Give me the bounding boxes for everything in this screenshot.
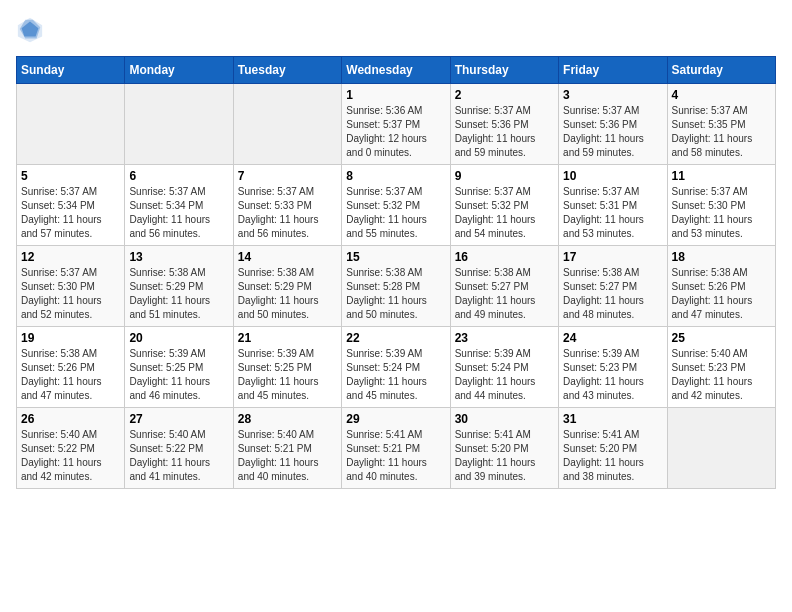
- calendar-cell: 23Sunrise: 5:39 AM Sunset: 5:24 PM Dayli…: [450, 327, 558, 408]
- calendar-cell: 7Sunrise: 5:37 AM Sunset: 5:33 PM Daylig…: [233, 165, 341, 246]
- day-number: 14: [238, 250, 337, 264]
- day-info: Sunrise: 5:37 AM Sunset: 5:36 PM Dayligh…: [455, 104, 554, 160]
- weekday-header-row: SundayMondayTuesdayWednesdayThursdayFrid…: [17, 57, 776, 84]
- day-number: 15: [346, 250, 445, 264]
- day-number: 7: [238, 169, 337, 183]
- day-number: 12: [21, 250, 120, 264]
- day-info: Sunrise: 5:39 AM Sunset: 5:25 PM Dayligh…: [129, 347, 228, 403]
- day-number: 23: [455, 331, 554, 345]
- calendar-cell: 28Sunrise: 5:40 AM Sunset: 5:21 PM Dayli…: [233, 408, 341, 489]
- day-info: Sunrise: 5:38 AM Sunset: 5:27 PM Dayligh…: [455, 266, 554, 322]
- calendar-week-row: 1Sunrise: 5:36 AM Sunset: 5:37 PM Daylig…: [17, 84, 776, 165]
- calendar-cell: 24Sunrise: 5:39 AM Sunset: 5:23 PM Dayli…: [559, 327, 667, 408]
- weekday-header-sunday: Sunday: [17, 57, 125, 84]
- day-info: Sunrise: 5:38 AM Sunset: 5:27 PM Dayligh…: [563, 266, 662, 322]
- calendar-cell: 10Sunrise: 5:37 AM Sunset: 5:31 PM Dayli…: [559, 165, 667, 246]
- weekday-header-wednesday: Wednesday: [342, 57, 450, 84]
- day-info: Sunrise: 5:37 AM Sunset: 5:33 PM Dayligh…: [238, 185, 337, 241]
- calendar-cell: [17, 84, 125, 165]
- day-info: Sunrise: 5:38 AM Sunset: 5:29 PM Dayligh…: [129, 266, 228, 322]
- calendar-cell: 8Sunrise: 5:37 AM Sunset: 5:32 PM Daylig…: [342, 165, 450, 246]
- day-number: 29: [346, 412, 445, 426]
- day-number: 3: [563, 88, 662, 102]
- calendar-cell: 4Sunrise: 5:37 AM Sunset: 5:35 PM Daylig…: [667, 84, 775, 165]
- day-info: Sunrise: 5:40 AM Sunset: 5:23 PM Dayligh…: [672, 347, 771, 403]
- weekday-header-tuesday: Tuesday: [233, 57, 341, 84]
- calendar-cell: 13Sunrise: 5:38 AM Sunset: 5:29 PM Dayli…: [125, 246, 233, 327]
- day-info: Sunrise: 5:41 AM Sunset: 5:20 PM Dayligh…: [563, 428, 662, 484]
- calendar-cell: 3Sunrise: 5:37 AM Sunset: 5:36 PM Daylig…: [559, 84, 667, 165]
- day-number: 26: [21, 412, 120, 426]
- day-number: 1: [346, 88, 445, 102]
- calendar-cell: 9Sunrise: 5:37 AM Sunset: 5:32 PM Daylig…: [450, 165, 558, 246]
- day-number: 19: [21, 331, 120, 345]
- calendar-cell: 25Sunrise: 5:40 AM Sunset: 5:23 PM Dayli…: [667, 327, 775, 408]
- calendar-cell: 11Sunrise: 5:37 AM Sunset: 5:30 PM Dayli…: [667, 165, 775, 246]
- day-number: 22: [346, 331, 445, 345]
- day-info: Sunrise: 5:39 AM Sunset: 5:25 PM Dayligh…: [238, 347, 337, 403]
- calendar-cell: 16Sunrise: 5:38 AM Sunset: 5:27 PM Dayli…: [450, 246, 558, 327]
- day-info: Sunrise: 5:40 AM Sunset: 5:22 PM Dayligh…: [21, 428, 120, 484]
- calendar-cell: 30Sunrise: 5:41 AM Sunset: 5:20 PM Dayli…: [450, 408, 558, 489]
- calendar-week-row: 26Sunrise: 5:40 AM Sunset: 5:22 PM Dayli…: [17, 408, 776, 489]
- day-number: 16: [455, 250, 554, 264]
- calendar-cell: 20Sunrise: 5:39 AM Sunset: 5:25 PM Dayli…: [125, 327, 233, 408]
- calendar-cell: [667, 408, 775, 489]
- page-header: [16, 16, 776, 44]
- day-info: Sunrise: 5:37 AM Sunset: 5:34 PM Dayligh…: [129, 185, 228, 241]
- day-number: 17: [563, 250, 662, 264]
- day-info: Sunrise: 5:41 AM Sunset: 5:21 PM Dayligh…: [346, 428, 445, 484]
- day-info: Sunrise: 5:38 AM Sunset: 5:26 PM Dayligh…: [672, 266, 771, 322]
- weekday-header-monday: Monday: [125, 57, 233, 84]
- day-number: 18: [672, 250, 771, 264]
- day-number: 30: [455, 412, 554, 426]
- calendar-cell: 27Sunrise: 5:40 AM Sunset: 5:22 PM Dayli…: [125, 408, 233, 489]
- logo: [16, 16, 48, 44]
- day-info: Sunrise: 5:40 AM Sunset: 5:22 PM Dayligh…: [129, 428, 228, 484]
- day-info: Sunrise: 5:37 AM Sunset: 5:36 PM Dayligh…: [563, 104, 662, 160]
- calendar-cell: 26Sunrise: 5:40 AM Sunset: 5:22 PM Dayli…: [17, 408, 125, 489]
- day-number: 28: [238, 412, 337, 426]
- calendar-cell: 18Sunrise: 5:38 AM Sunset: 5:26 PM Dayli…: [667, 246, 775, 327]
- day-number: 10: [563, 169, 662, 183]
- day-info: Sunrise: 5:37 AM Sunset: 5:32 PM Dayligh…: [455, 185, 554, 241]
- day-number: 24: [563, 331, 662, 345]
- day-info: Sunrise: 5:37 AM Sunset: 5:31 PM Dayligh…: [563, 185, 662, 241]
- calendar-cell: 2Sunrise: 5:37 AM Sunset: 5:36 PM Daylig…: [450, 84, 558, 165]
- weekday-header-friday: Friday: [559, 57, 667, 84]
- calendar-week-row: 19Sunrise: 5:38 AM Sunset: 5:26 PM Dayli…: [17, 327, 776, 408]
- calendar-cell: 31Sunrise: 5:41 AM Sunset: 5:20 PM Dayli…: [559, 408, 667, 489]
- calendar-cell: 19Sunrise: 5:38 AM Sunset: 5:26 PM Dayli…: [17, 327, 125, 408]
- calendar-week-row: 12Sunrise: 5:37 AM Sunset: 5:30 PM Dayli…: [17, 246, 776, 327]
- calendar-cell: 17Sunrise: 5:38 AM Sunset: 5:27 PM Dayli…: [559, 246, 667, 327]
- calendar-cell: 29Sunrise: 5:41 AM Sunset: 5:21 PM Dayli…: [342, 408, 450, 489]
- day-number: 13: [129, 250, 228, 264]
- day-number: 11: [672, 169, 771, 183]
- weekday-header-thursday: Thursday: [450, 57, 558, 84]
- day-number: 2: [455, 88, 554, 102]
- calendar-cell: 14Sunrise: 5:38 AM Sunset: 5:29 PM Dayli…: [233, 246, 341, 327]
- day-number: 8: [346, 169, 445, 183]
- day-number: 31: [563, 412, 662, 426]
- day-number: 6: [129, 169, 228, 183]
- day-info: Sunrise: 5:39 AM Sunset: 5:24 PM Dayligh…: [455, 347, 554, 403]
- day-info: Sunrise: 5:39 AM Sunset: 5:24 PM Dayligh…: [346, 347, 445, 403]
- day-info: Sunrise: 5:37 AM Sunset: 5:32 PM Dayligh…: [346, 185, 445, 241]
- calendar-cell: 6Sunrise: 5:37 AM Sunset: 5:34 PM Daylig…: [125, 165, 233, 246]
- day-info: Sunrise: 5:38 AM Sunset: 5:28 PM Dayligh…: [346, 266, 445, 322]
- day-info: Sunrise: 5:40 AM Sunset: 5:21 PM Dayligh…: [238, 428, 337, 484]
- day-number: 21: [238, 331, 337, 345]
- calendar-cell: 15Sunrise: 5:38 AM Sunset: 5:28 PM Dayli…: [342, 246, 450, 327]
- day-info: Sunrise: 5:37 AM Sunset: 5:35 PM Dayligh…: [672, 104, 771, 160]
- day-info: Sunrise: 5:37 AM Sunset: 5:30 PM Dayligh…: [672, 185, 771, 241]
- day-number: 20: [129, 331, 228, 345]
- calendar-cell: [233, 84, 341, 165]
- day-info: Sunrise: 5:37 AM Sunset: 5:34 PM Dayligh…: [21, 185, 120, 241]
- day-number: 9: [455, 169, 554, 183]
- logo-icon: [16, 16, 44, 44]
- calendar-cell: [125, 84, 233, 165]
- weekday-header-saturday: Saturday: [667, 57, 775, 84]
- day-info: Sunrise: 5:37 AM Sunset: 5:30 PM Dayligh…: [21, 266, 120, 322]
- calendar-cell: 21Sunrise: 5:39 AM Sunset: 5:25 PM Dayli…: [233, 327, 341, 408]
- day-number: 5: [21, 169, 120, 183]
